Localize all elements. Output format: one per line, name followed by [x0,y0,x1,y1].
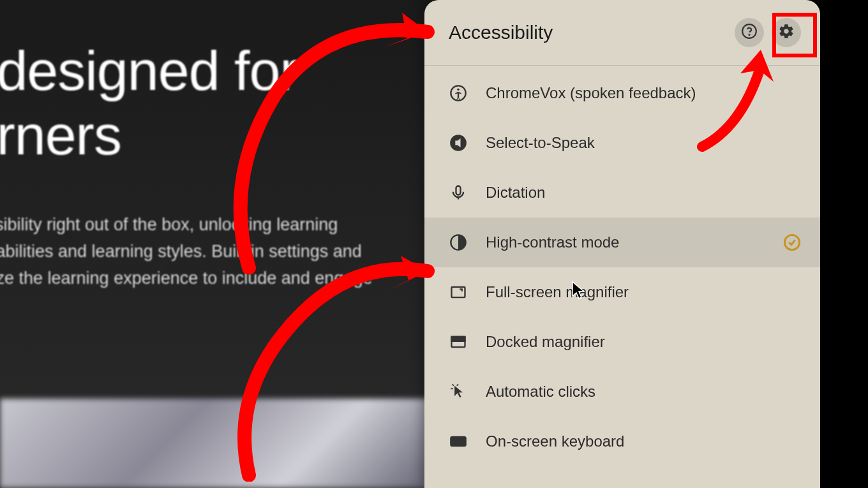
list-item-automatic-clicks[interactable]: Automatic clicks [424,367,820,417]
gear-icon [778,23,795,42]
svg-point-1 [749,34,749,35]
svg-rect-5 [456,186,461,195]
item-label: On-screen keyboard [486,433,624,450]
mic-icon [449,183,468,202]
svg-point-14 [459,440,460,441]
speak-icon [449,133,468,152]
list-item-fullscreen-magnifier[interactable]: Full-screen magnifier [424,267,820,317]
background-slide: es designed for learners cessibility rig… [0,0,434,488]
list-item-select-to-speak[interactable]: Select-to-Speak [424,118,820,168]
svg-point-3 [457,88,460,91]
item-label: Dictation [486,184,545,202]
docked-icon [449,332,468,351]
fullscreen-icon [449,283,468,302]
svg-point-15 [462,440,463,441]
item-label: Automatic clicks [486,383,595,401]
settings-button[interactable] [772,18,801,47]
svg-point-12 [453,440,454,441]
list-item-chromevox[interactable]: ChromeVox (spoken feedback) [424,68,820,118]
body-line-3: omize the learning experience to include… [0,269,372,288]
slide-body: cessibility right out of the box, unlock… [0,212,434,292]
help-button[interactable] [735,18,764,47]
list-item-dictation[interactable]: Dictation [424,168,820,218]
accessibility-panel: Accessibility ChromeVox (spoke [424,0,820,488]
title-line-1: es designed for [0,39,298,102]
title-line-2: learners [0,103,121,166]
body-line-2: ds, abilities and learning styles. Built… [0,242,362,261]
list-item-high-contrast[interactable]: High-contrast mode [424,218,820,267]
checkmark-icon [783,233,801,251]
svg-point-13 [456,440,458,441]
item-label: ChromeVox (spoken feedback) [486,84,696,102]
svg-rect-8 [452,287,465,297]
item-label: High-contrast mode [486,233,619,251]
list-item-docked-magnifier[interactable]: Docked magnifier [424,317,820,367]
panel-title: Accessibility [449,22,727,43]
svg-rect-10 [452,337,465,341]
autoclick-icon [449,382,468,401]
accessibility-voice-icon [449,84,468,103]
slide-photo [0,399,434,488]
item-label: Docked magnifier [486,333,605,351]
accessibility-list: ChromeVox (spoken feedback) Select-to-Sp… [424,66,820,457]
body-line-1: cessibility right out of the box, unlock… [0,215,338,234]
svg-rect-16 [455,442,461,443]
help-icon [741,23,758,42]
keyboard-icon [449,432,468,451]
slide-title: es designed for learners [0,38,434,167]
item-label: Select-to-Speak [486,134,595,152]
item-label: Full-screen magnifier [486,283,629,301]
panel-header: Accessibility [424,0,820,66]
list-item-onscreen-keyboard[interactable]: On-screen keyboard [424,417,820,455]
contrast-icon [449,233,468,252]
